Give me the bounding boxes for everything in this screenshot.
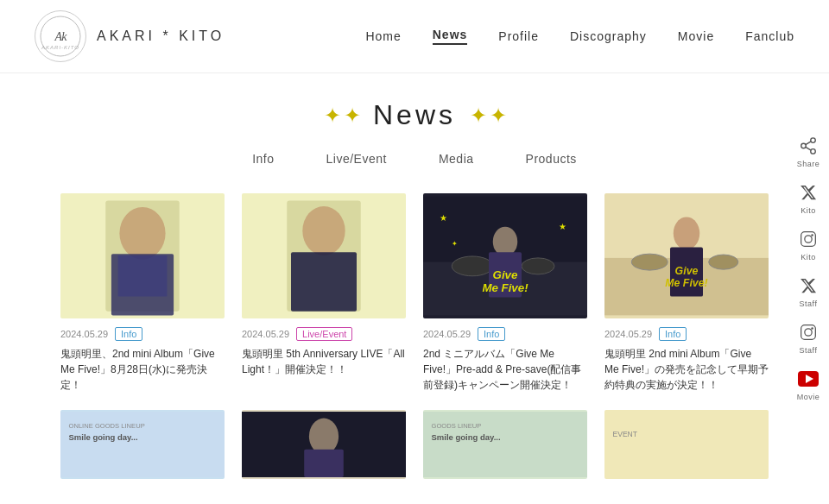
instagram-staff-button[interactable]: Staff bbox=[796, 320, 820, 355]
nav-profile[interactable]: Profile bbox=[498, 29, 539, 43]
svg-point-29 bbox=[493, 227, 518, 256]
news-card-title-4: 鬼頭明里 2nd mini Album「Give Me Five!」の発売を記念… bbox=[604, 346, 769, 393]
svg-rect-53 bbox=[604, 412, 769, 477]
news-card-1[interactable]: 2024.05.29 Info 鬼頭明里、2nd mini Album「Give… bbox=[60, 193, 225, 393]
news-card-image-2 bbox=[242, 193, 406, 318]
svg-text:ONLINE GOODS LINEUP: ONLINE GOODS LINEUP bbox=[69, 422, 145, 430]
news-card-meta-1: 2024.05.29 Info bbox=[60, 327, 225, 341]
svg-text:✦: ✦ bbox=[452, 240, 458, 248]
nav-discography[interactable]: Discography bbox=[570, 29, 647, 43]
svg-point-4 bbox=[801, 143, 807, 148]
svg-point-23 bbox=[302, 206, 345, 255]
instagram-kito-label: Kito bbox=[801, 253, 816, 261]
news-card-tag-4: Info bbox=[659, 327, 687, 341]
svg-text:Give: Give bbox=[675, 265, 699, 277]
tab-products[interactable]: Products bbox=[526, 152, 577, 169]
page-title: News bbox=[373, 99, 456, 131]
news-card-date-4: 2024.05.29 bbox=[604, 329, 652, 339]
instagram-kito-button[interactable]: Kito bbox=[796, 227, 820, 261]
svg-point-9 bbox=[805, 236, 812, 243]
nav-home[interactable]: Home bbox=[365, 29, 401, 43]
svg-point-5 bbox=[811, 149, 816, 154]
svg-point-27 bbox=[452, 256, 493, 276]
partial-card-image-4: EVENT bbox=[604, 410, 769, 479]
news-card-title-3: 2nd ミニアルバム「Give Me Five!」Pre-add & Pre-s… bbox=[423, 346, 587, 393]
share-button[interactable]: Share bbox=[796, 134, 820, 168]
news-card-date-2: 2024.05.29 bbox=[242, 329, 289, 339]
svg-text:Me Five!: Me Five! bbox=[482, 281, 528, 294]
partial-card-image-3: GOODS LINEUP Smile going day... bbox=[423, 410, 587, 479]
news-card-image-4: Give Me Five! bbox=[604, 193, 769, 318]
svg-text:Me Five!: Me Five! bbox=[665, 277, 707, 289]
x-staff-icon bbox=[796, 274, 820, 298]
youtube-button[interactable]: Movie bbox=[796, 367, 820, 401]
news-card-2[interactable]: 2024.05.29 Live/Event 鬼頭明里 5th Anniversa… bbox=[242, 193, 406, 393]
filter-tabs: Info Live/Event Media Products bbox=[60, 152, 769, 169]
svg-rect-8 bbox=[801, 232, 816, 247]
svg-point-13 bbox=[811, 327, 813, 330]
news-card-tag-1: Info bbox=[115, 327, 142, 341]
svg-point-18 bbox=[119, 207, 165, 260]
x-kito-icon bbox=[796, 180, 820, 205]
svg-text:★: ★ bbox=[559, 222, 566, 231]
svg-rect-20 bbox=[118, 255, 168, 297]
svg-text:Give: Give bbox=[493, 268, 518, 281]
partial-card-3[interactable]: GOODS LINEUP Smile going day... bbox=[423, 410, 587, 479]
svg-point-38 bbox=[631, 254, 668, 270]
news-card-title-2: 鬼頭明里 5th Anniversary LIVE「All Light！」開催決… bbox=[242, 346, 406, 377]
news-card-meta-2: 2024.05.29 Live/Event bbox=[242, 327, 406, 341]
tab-info[interactable]: Info bbox=[252, 152, 274, 169]
youtube-label: Movie bbox=[797, 393, 820, 401]
news-card-4[interactable]: Give Me Five! 2024.05.29 Info 鬼頭明里 2nd m… bbox=[604, 193, 769, 393]
news-card-date-1: 2024.05.29 bbox=[60, 329, 108, 339]
header: Ak AKARI-KITO AKARI * KITO Home News Pro… bbox=[0, 0, 829, 73]
news-card-tag-2: Live/Event bbox=[296, 327, 352, 341]
partial-card-4[interactable]: EVENT bbox=[604, 410, 769, 479]
main-content: ✦ ✦ News ✦ ✦ Info Live/Event Media Produ… bbox=[9, 73, 820, 504]
news-card-title-1: 鬼頭明里、2nd mini Album「Give Me Five!」8月28日(… bbox=[60, 346, 225, 393]
svg-text:★: ★ bbox=[440, 213, 447, 223]
instagram-staff-label: Staff bbox=[800, 346, 818, 355]
instagram-kito-icon bbox=[796, 227, 820, 251]
svg-rect-49 bbox=[304, 450, 344, 477]
news-card-image-3: Give Me Five! ★ ★ ✦ bbox=[423, 193, 587, 318]
svg-text:Smile going day...: Smile going day... bbox=[69, 432, 138, 442]
decoration-left: ✦ ✦ bbox=[324, 104, 359, 128]
news-card-tag-3: Info bbox=[478, 327, 505, 341]
svg-line-6 bbox=[806, 147, 811, 150]
svg-text:GOODS LINEUP: GOODS LINEUP bbox=[432, 422, 482, 430]
svg-text:AKARI-KITO: AKARI-KITO bbox=[41, 45, 79, 50]
youtube-icon bbox=[796, 367, 820, 391]
tab-liveevent[interactable]: Live/Event bbox=[326, 152, 387, 169]
svg-rect-11 bbox=[801, 325, 816, 340]
svg-line-7 bbox=[806, 142, 811, 145]
instagram-staff-icon bbox=[796, 320, 820, 344]
logo-area: Ak AKARI-KITO AKARI * KITO bbox=[35, 10, 225, 62]
svg-text:EVENT: EVENT bbox=[613, 430, 638, 438]
logo-text: AKARI * KITO bbox=[97, 28, 225, 44]
svg-text:Smile going day...: Smile going day... bbox=[432, 432, 501, 442]
svg-point-3 bbox=[811, 138, 816, 143]
news-grid: 2024.05.29 Info 鬼頭明里、2nd mini Album「Give… bbox=[60, 193, 769, 393]
decoration-right: ✦ ✦ bbox=[470, 104, 505, 128]
nav-news[interactable]: News bbox=[433, 28, 468, 45]
svg-text:Ak: Ak bbox=[54, 30, 68, 43]
svg-point-40 bbox=[674, 217, 699, 249]
x-staff-button[interactable]: Staff bbox=[796, 274, 820, 308]
news-heading: ✦ ✦ News ✦ ✦ bbox=[60, 99, 769, 131]
news-card-date-3: 2024.05.29 bbox=[423, 329, 471, 339]
nav-fanclub[interactable]: Fanclub bbox=[745, 29, 794, 43]
news-grid-partial: ONLINE GOODS LINEUP Smile going day... G… bbox=[60, 410, 769, 479]
news-card-3[interactable]: Give Me Five! ★ ★ ✦ 2024.05.29 Info 2nd … bbox=[423, 193, 587, 393]
news-card-meta-4: 2024.05.29 Info bbox=[604, 327, 769, 341]
partial-card-1[interactable]: ONLINE GOODS LINEUP Smile going day... bbox=[60, 410, 225, 479]
partial-card-2[interactable] bbox=[242, 410, 406, 479]
side-icons: Share Kito Kito Staff bbox=[796, 134, 820, 401]
news-card-image-1 bbox=[60, 193, 225, 318]
share-label: Share bbox=[797, 160, 820, 168]
main-nav: Home News Profile Discography Movie Fanc… bbox=[365, 28, 794, 45]
svg-point-48 bbox=[309, 419, 339, 455]
tab-media[interactable]: Media bbox=[439, 152, 474, 169]
nav-movie[interactable]: Movie bbox=[678, 29, 714, 43]
x-kito-button[interactable]: Kito bbox=[796, 180, 820, 215]
